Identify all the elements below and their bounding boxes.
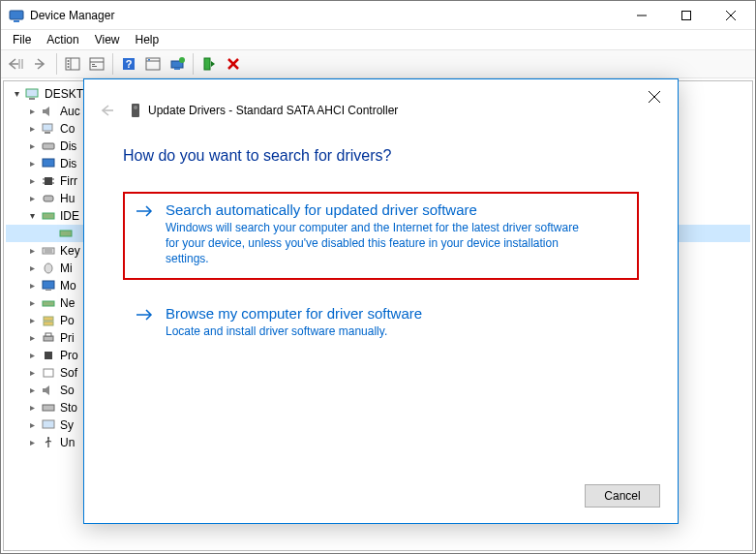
storage-icon	[41, 400, 56, 416]
forward-button[interactable]	[29, 52, 52, 76]
tree-label: Sof	[60, 364, 77, 382]
svg-point-43	[45, 263, 52, 273]
chevron-down-icon[interactable]: ▾	[25, 207, 39, 225]
svg-rect-29	[45, 132, 50, 134]
svg-rect-21	[174, 68, 180, 70]
chevron-right-icon[interactable]: ▸	[25, 382, 39, 399]
option-title: Search automatically for updated driver …	[166, 201, 591, 218]
svg-rect-28	[43, 124, 52, 131]
tree-label: So	[60, 382, 75, 399]
port-icon	[41, 313, 56, 328]
chevron-right-icon[interactable]: ▸	[25, 155, 39, 172]
tree-label: Hu	[60, 190, 75, 207]
update-driver-button[interactable]	[166, 52, 189, 76]
keyboard-icon	[41, 243, 56, 259]
close-button[interactable]	[709, 1, 753, 29]
svg-point-10	[68, 66, 70, 68]
menubar: File Action View Help	[1, 30, 755, 49]
toolbar: ?	[1, 49, 755, 78]
svg-rect-30	[43, 143, 54, 149]
tree-label: Un	[60, 434, 75, 451]
svg-rect-39	[60, 231, 72, 236]
mouse-icon	[41, 261, 56, 276]
dialog-title: Update Drivers - Standard SATA AHCI Cont…	[129, 103, 398, 118]
tree-label: Firr	[60, 172, 77, 190]
menu-file[interactable]: File	[5, 31, 39, 48]
svg-rect-53	[43, 405, 54, 411]
cancel-label: Cancel	[604, 489, 640, 503]
disk-icon	[41, 138, 56, 154]
window-title: Device Manager	[30, 9, 620, 22]
option-browse-computer[interactable]: Browse my computer for driver software L…	[123, 295, 639, 353]
svg-rect-1	[14, 20, 19, 22]
back-button[interactable]	[5, 52, 28, 76]
chevron-down-icon[interactable]: ▾	[10, 85, 23, 103]
svg-point-22	[179, 57, 185, 63]
chevron-right-icon[interactable]: ▸	[25, 260, 39, 277]
option-title: Browse my computer for driver software	[166, 305, 422, 322]
svg-rect-13	[92, 64, 95, 65]
dialog-title-text: Update Drivers - Standard SATA AHCI Cont…	[148, 104, 398, 117]
arrow-right-icon	[135, 307, 154, 339]
svg-rect-14	[92, 66, 97, 67]
app-icon	[9, 8, 24, 23]
show-hide-tree-button[interactable]	[61, 52, 84, 76]
chevron-right-icon[interactable]: ▸	[25, 120, 39, 138]
chevron-right-icon[interactable]: ▸	[25, 138, 39, 155]
svg-rect-44	[43, 281, 54, 289]
svg-rect-3	[682, 11, 691, 19]
dialog-back-button[interactable]	[96, 99, 119, 122]
chevron-right-icon[interactable]: ▸	[25, 172, 39, 190]
svg-rect-23	[204, 58, 210, 70]
dialog-close-button[interactable]	[639, 83, 670, 110]
help-button[interactable]: ?	[117, 52, 140, 76]
chevron-right-icon[interactable]: ▸	[25, 294, 39, 312]
tree-label: Mi	[60, 260, 73, 277]
drive-icon	[129, 103, 142, 118]
cancel-button[interactable]: Cancel	[585, 484, 660, 508]
tree-label: Sy	[60, 416, 74, 434]
menu-view[interactable]: View	[87, 31, 128, 48]
chevron-right-icon[interactable]: ▸	[25, 312, 39, 329]
svg-point-60	[134, 106, 137, 109]
tree-label: Ne	[60, 294, 75, 312]
chevron-right-icon[interactable]: ▸	[25, 434, 39, 451]
chevron-right-icon[interactable]: ▸	[25, 416, 39, 434]
arrow-right-icon	[135, 203, 154, 266]
titlebar: Device Manager	[1, 1, 755, 30]
minimize-button[interactable]	[620, 1, 664, 29]
svg-rect-47	[44, 317, 53, 321]
tree-label: Po	[60, 312, 75, 329]
tree-label: Co	[60, 120, 75, 138]
tree-label: Pro	[60, 347, 78, 364]
option-search-automatically[interactable]: Search automatically for updated driver …	[123, 192, 639, 280]
svg-rect-37	[44, 196, 53, 201]
chevron-right-icon[interactable]: ▸	[25, 190, 39, 207]
svg-rect-49	[44, 336, 53, 341]
svg-rect-38	[43, 213, 54, 219]
menu-action[interactable]: Action	[39, 31, 86, 48]
controller-icon	[41, 208, 56, 224]
chevron-right-icon[interactable]: ▸	[25, 364, 39, 382]
svg-text:?: ?	[126, 58, 133, 70]
svg-rect-52	[44, 369, 53, 377]
option-description: Windows will search your computer and th…	[166, 220, 591, 266]
enable-device-button[interactable]	[197, 52, 221, 76]
uninstall-device-button[interactable]	[222, 52, 245, 76]
tree-label: Key	[60, 242, 80, 260]
scan-hardware-button[interactable]	[141, 52, 165, 76]
menu-help[interactable]: Help	[128, 31, 167, 48]
dialog-question: How do you want to search for drivers?	[123, 147, 639, 165]
properties-button[interactable]	[85, 52, 108, 76]
maximize-button[interactable]	[664, 1, 709, 29]
controller-icon	[58, 226, 74, 241]
chevron-right-icon[interactable]: ▸	[25, 347, 39, 364]
svg-rect-46	[43, 301, 54, 306]
svg-rect-54	[43, 420, 54, 428]
chevron-right-icon[interactable]: ▸	[25, 242, 39, 260]
chevron-right-icon[interactable]: ▸	[25, 103, 39, 120]
chevron-right-icon[interactable]: ▸	[25, 277, 39, 294]
chevron-right-icon[interactable]: ▸	[25, 329, 39, 347]
chevron-right-icon[interactable]: ▸	[25, 399, 39, 416]
svg-rect-19	[148, 59, 150, 61]
